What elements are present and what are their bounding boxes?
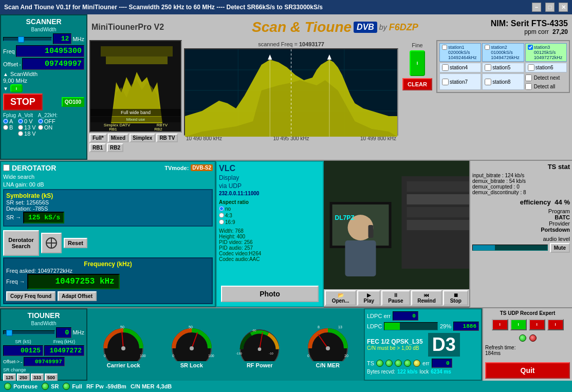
station6-checkbox[interactable] [528,64,534,71]
ts-led-4 [404,360,411,367]
porteuse-label: Porteuse [13,383,38,389]
bandwidth-display: 12 [53,33,71,44]
bandwidth-slider[interactable] [3,37,52,41]
pause-button[interactable]: ⏸ Pause [381,290,410,306]
station4-item[interactable]: station4 [439,63,481,72]
station8-checkbox[interactable] [485,79,491,85]
photo-button[interactable]: Photo [221,286,319,302]
scanner-panel: SCANNER BandWidth 12 MHz Freq 10495300 O… [0,14,87,160]
play-button[interactable]: ▶ Play [357,290,380,306]
station3-item[interactable]: station3 00125kS/s 10497272kHz [525,43,567,62]
rb1-button[interactable]: RB1 [89,143,106,152]
station1-checkbox[interactable] [442,45,447,50]
detect-next-checkbox[interactable] [525,74,532,81]
demux-corrupted-label: demux_corrupted : [472,184,515,190]
svg-point-46 [241,330,279,361]
adapt-offset-button[interactable]: Adapt Offset [58,291,97,301]
derotator-checkbox[interactable] [3,164,10,171]
rewind-button[interactable]: ⏮ Rewind [411,290,442,306]
input-bitrate-value: 124 kb/s [505,173,524,178]
minimize-button[interactable]: − [532,3,541,12]
mixed-button[interactable]: Mixed [108,134,128,142]
open-button[interactable]: 📂 Open... [325,290,356,306]
author-label: F6DZP [389,22,418,33]
tvmode-label: TVmode: [164,165,189,171]
demux-corrupted-value: 0 [516,184,520,190]
udp-toggle-4[interactable]: I [547,319,564,330]
titlebar: Scan And Tioune V0.1f for MiniTiouner --… [0,0,572,14]
simplex-button[interactable]: Simplex [130,134,155,142]
ratio-43-radio[interactable] [219,213,224,218]
scan-toggle[interactable]: I [10,84,23,92]
svg-rect-25 [407,194,470,204]
station5-checkbox[interactable] [485,64,491,71]
station1-item[interactable]: station1 02000kS/s 10492464kHz [439,43,481,62]
station8-item[interactable]: station8 [482,73,524,90]
tiouner-bw-slider[interactable] [3,330,55,334]
fine-toggle[interactable]: I [410,50,425,76]
mute-button[interactable]: Mute [550,243,570,253]
ldpc-bar-row: LDPC 29% 1886 [367,322,479,331]
tsstat-title: TS stat [472,163,570,171]
station4-checkbox[interactable] [442,64,449,71]
ratio-169-radio[interactable] [219,219,224,225]
middle-section: DEROTATOR TVmode: DVB-S2 Wide search LNA… [0,160,572,307]
tone-off-radio[interactable] [38,119,43,124]
refresh-label: Refresh time: [485,345,570,350]
svg-text:DL7PZ: DL7PZ [335,214,355,221]
station2-freq1: 01000kS/s [491,50,520,55]
cn-mer-gauge: 0 8 13 20 C/N MER [302,320,354,368]
close-button[interactable]: ✕ [559,3,568,12]
detect-all-checkbox[interactable] [525,83,532,90]
gauges-area: 0 50 100 Carrier Lock 0 50 [87,308,364,381]
derotator-search-button[interactable]: Derotator Search [3,230,39,256]
ldpc-value-display: 1886 [453,322,479,331]
station7-item[interactable]: station7 [439,73,481,90]
full-button[interactable]: Full* [89,134,107,142]
station5-item[interactable]: station5 [482,63,524,72]
maximize-button[interactable]: □ [545,3,555,12]
video-display: DL7PZ [324,161,469,289]
qo100-button[interactable]: QO100 [62,97,84,107]
station2-item[interactable]: station2 01000kS/s 10494726kHz [482,43,524,62]
sr-lock-svg: 0 50 100 [166,320,217,361]
stop-button[interactable]: STOP [3,94,43,110]
offset-sign: - [19,61,21,67]
codec-audio-row: Codec audio:AAC [219,256,321,262]
station6-item[interactable]: station6 [525,63,567,72]
fplug-a-radio[interactable] [3,119,8,124]
tone-on-radio[interactable] [38,125,43,130]
volt-18-radio[interactable] [18,131,23,136]
audio-level-row: Mute [472,243,570,253]
udp-toggle-1[interactable]: I [492,319,508,330]
quit-button[interactable]: Quit [485,362,570,379]
scanwidth-label: ScanWidth [10,71,38,77]
rbtv-button[interactable]: RB TV [156,134,178,142]
ts-led-2 [385,360,393,367]
program-value: BATC [472,214,570,220]
lock-value: 6234 ms [431,369,451,375]
carrier-lock-svg: 0 50 100 [98,320,149,361]
volt-0-radio[interactable] [18,119,23,124]
udp-toggle-2[interactable]: I [510,319,527,330]
window-controls: − □ ✕ [532,3,568,12]
derot-icon[interactable] [41,233,62,253]
reset-button[interactable]: Reset [64,238,87,248]
clear-button[interactable]: CLEAR [402,78,432,90]
station2-checkbox[interactable] [485,45,490,50]
station7-checkbox[interactable] [442,79,449,85]
stop-vid-button[interactable]: ⏹ Stop [443,290,468,306]
copy-freq-button[interactable]: Copy Freq found [6,291,56,301]
ratio-no-radio[interactable] [219,206,224,211]
svg-text:50: 50 [189,325,193,329]
ts-err-display: 0 [432,359,452,368]
fplug-b-radio[interactable] [3,125,8,130]
title-text: Scan And Tioune V0.1f for MiniTiouner --… [4,4,323,11]
station3-checkbox[interactable] [528,45,533,50]
udp-toggle-3[interactable]: I [529,319,545,330]
station6-label: station6 [536,65,553,70]
video-svg: DL7PZ [324,161,469,289]
sr-set-row: SR set: 125656S [6,199,210,206]
volt-13-radio[interactable] [18,125,23,130]
rb2-button[interactable]: RB2 [107,143,123,152]
